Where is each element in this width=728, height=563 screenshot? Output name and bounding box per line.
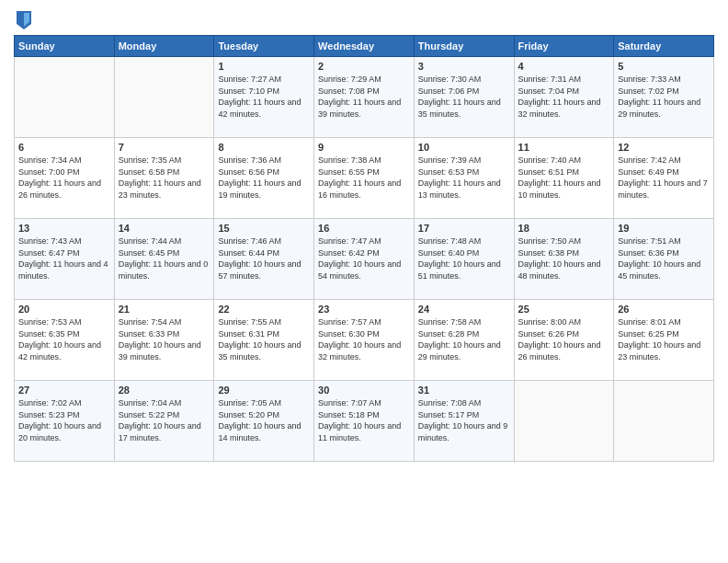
day-info: Sunrise: 7:36 AM Sunset: 6:56 PM Dayligh… [218,155,310,201]
day-info: Sunrise: 8:00 AM Sunset: 6:26 PM Dayligh… [518,316,610,362]
calendar-cell: 10Sunrise: 7:39 AM Sunset: 6:53 PM Dayli… [414,138,514,219]
calendar-cell [15,57,115,138]
day-number: 23 [318,304,410,315]
calendar-cell: 14Sunrise: 7:44 AM Sunset: 6:45 PM Dayli… [114,219,214,300]
day-info: Sunrise: 7:42 AM Sunset: 6:49 PM Dayligh… [618,155,710,201]
calendar-cell: 20Sunrise: 7:53 AM Sunset: 6:35 PM Dayli… [15,300,115,381]
day-info: Sunrise: 7:57 AM Sunset: 6:30 PM Dayligh… [318,316,410,362]
day-number: 27 [18,385,110,396]
calendar-cell: 18Sunrise: 7:50 AM Sunset: 6:38 PM Dayli… [514,219,614,300]
day-info: Sunrise: 7:54 AM Sunset: 6:33 PM Dayligh… [119,316,210,362]
calendar-cell: 5Sunrise: 7:33 AM Sunset: 7:02 PM Daylig… [614,57,714,138]
day-info: Sunrise: 7:48 AM Sunset: 6:40 PM Dayligh… [418,236,510,282]
calendar-cell: 13Sunrise: 7:43 AM Sunset: 6:47 PM Dayli… [15,219,115,300]
day-info: Sunrise: 7:02 AM Sunset: 5:23 PM Dayligh… [18,397,110,443]
weekday-header-monday: Monday [114,36,214,57]
day-number: 5 [618,61,710,72]
day-info: Sunrise: 7:04 AM Sunset: 5:22 PM Dayligh… [119,397,210,443]
calendar-cell: 30Sunrise: 7:07 AM Sunset: 5:18 PM Dayli… [314,381,415,462]
calendar-cell: 24Sunrise: 7:58 AM Sunset: 6:28 PM Dayli… [414,300,514,381]
weekday-header-row: SundayMondayTuesdayWednesdayThursdayFrid… [15,36,714,57]
calendar-cell: 16Sunrise: 7:47 AM Sunset: 6:42 PM Dayli… [314,219,415,300]
day-number: 26 [618,304,710,315]
week-row-3: 13Sunrise: 7:43 AM Sunset: 6:47 PM Dayli… [15,219,714,300]
week-row-5: 27Sunrise: 7:02 AM Sunset: 5:23 PM Dayli… [15,381,714,462]
weekday-header-friday: Friday [514,36,614,57]
day-number: 8 [218,142,310,153]
day-info: Sunrise: 7:47 AM Sunset: 6:42 PM Dayligh… [318,236,410,282]
calendar-cell: 23Sunrise: 7:57 AM Sunset: 6:30 PM Dayli… [314,300,415,381]
calendar-cell: 21Sunrise: 7:54 AM Sunset: 6:33 PM Dayli… [114,300,214,381]
day-number: 12 [618,142,710,153]
weekday-header-sunday: Sunday [15,36,115,57]
day-info: Sunrise: 7:50 AM Sunset: 6:38 PM Dayligh… [518,236,610,282]
day-info: Sunrise: 7:08 AM Sunset: 5:17 PM Dayligh… [418,397,510,443]
day-number: 4 [518,61,610,72]
week-row-1: 1Sunrise: 7:27 AM Sunset: 7:10 PM Daylig… [15,57,714,138]
calendar-cell: 25Sunrise: 8:00 AM Sunset: 6:26 PM Dayli… [514,300,614,381]
day-info: Sunrise: 7:39 AM Sunset: 6:53 PM Dayligh… [418,155,510,201]
weekday-header-saturday: Saturday [614,36,714,57]
day-number: 9 [318,142,410,153]
day-info: Sunrise: 7:55 AM Sunset: 6:31 PM Dayligh… [218,316,310,362]
week-row-2: 6Sunrise: 7:34 AM Sunset: 7:00 PM Daylig… [15,138,714,219]
day-info: Sunrise: 7:53 AM Sunset: 6:35 PM Dayligh… [18,316,110,362]
day-number: 2 [318,61,410,72]
day-info: Sunrise: 7:38 AM Sunset: 6:55 PM Dayligh… [318,155,410,201]
weekday-header-tuesday: Tuesday [214,36,314,57]
calendar-cell: 3Sunrise: 7:30 AM Sunset: 7:06 PM Daylig… [414,57,514,138]
day-info: Sunrise: 7:44 AM Sunset: 6:45 PM Dayligh… [119,236,210,282]
day-number: 20 [18,304,110,315]
calendar-table: SundayMondayTuesdayWednesdayThursdayFrid… [14,35,714,462]
day-number: 3 [418,61,510,72]
day-info: Sunrise: 7:29 AM Sunset: 7:08 PM Dayligh… [318,74,410,120]
day-info: Sunrise: 7:43 AM Sunset: 6:47 PM Dayligh… [18,236,110,282]
day-number: 18 [518,223,610,234]
day-number: 30 [318,385,410,396]
page: SundayMondayTuesdayWednesdayThursdayFrid… [0,0,728,563]
calendar-cell: 19Sunrise: 7:51 AM Sunset: 6:36 PM Dayli… [614,219,714,300]
day-info: Sunrise: 7:35 AM Sunset: 6:58 PM Dayligh… [119,155,210,201]
calendar-cell: 2Sunrise: 7:29 AM Sunset: 7:08 PM Daylig… [314,57,415,138]
day-number: 6 [18,142,110,153]
day-number: 25 [518,304,610,315]
calendar-cell: 22Sunrise: 7:55 AM Sunset: 6:31 PM Dayli… [214,300,314,381]
calendar-cell: 4Sunrise: 7:31 AM Sunset: 7:04 PM Daylig… [514,57,614,138]
day-number: 21 [119,304,210,315]
calendar-cell: 29Sunrise: 7:05 AM Sunset: 5:20 PM Dayli… [214,381,314,462]
day-number: 15 [218,223,310,234]
header [14,9,714,29]
calendar-cell: 31Sunrise: 7:08 AM Sunset: 5:17 PM Dayli… [414,381,514,462]
calendar-cell: 7Sunrise: 7:35 AM Sunset: 6:58 PM Daylig… [114,138,214,219]
calendar-cell: 26Sunrise: 8:01 AM Sunset: 6:25 PM Dayli… [614,300,714,381]
calendar-cell: 17Sunrise: 7:48 AM Sunset: 6:40 PM Dayli… [414,219,514,300]
day-number: 16 [318,223,410,234]
weekday-header-thursday: Thursday [414,36,514,57]
day-number: 7 [119,142,210,153]
day-number: 22 [218,304,310,315]
day-number: 19 [618,223,710,234]
day-info: Sunrise: 7:58 AM Sunset: 6:28 PM Dayligh… [418,316,510,362]
calendar-cell: 28Sunrise: 7:04 AM Sunset: 5:22 PM Dayli… [114,381,214,462]
calendar-cell: 27Sunrise: 7:02 AM Sunset: 5:23 PM Dayli… [15,381,115,462]
day-number: 10 [418,142,510,153]
day-number: 24 [418,304,510,315]
day-info: Sunrise: 7:51 AM Sunset: 6:36 PM Dayligh… [618,236,710,282]
day-info: Sunrise: 8:01 AM Sunset: 6:25 PM Dayligh… [618,316,710,362]
day-number: 17 [418,223,510,234]
logo [14,9,33,29]
day-info: Sunrise: 7:07 AM Sunset: 5:18 PM Dayligh… [318,397,410,443]
week-row-4: 20Sunrise: 7:53 AM Sunset: 6:35 PM Dayli… [15,300,714,381]
day-info: Sunrise: 7:30 AM Sunset: 7:06 PM Dayligh… [418,74,510,120]
calendar-cell: 1Sunrise: 7:27 AM Sunset: 7:10 PM Daylig… [214,57,314,138]
calendar-cell [514,381,614,462]
calendar-cell: 8Sunrise: 7:36 AM Sunset: 6:56 PM Daylig… [214,138,314,219]
calendar-cell: 12Sunrise: 7:42 AM Sunset: 6:49 PM Dayli… [614,138,714,219]
day-number: 1 [218,61,310,72]
day-number: 31 [418,385,510,396]
calendar-cell: 11Sunrise: 7:40 AM Sunset: 6:51 PM Dayli… [514,138,614,219]
calendar-cell: 6Sunrise: 7:34 AM Sunset: 7:00 PM Daylig… [15,138,115,219]
day-info: Sunrise: 7:34 AM Sunset: 7:00 PM Dayligh… [18,155,110,201]
day-number: 28 [119,385,210,396]
calendar-cell: 9Sunrise: 7:38 AM Sunset: 6:55 PM Daylig… [314,138,415,219]
